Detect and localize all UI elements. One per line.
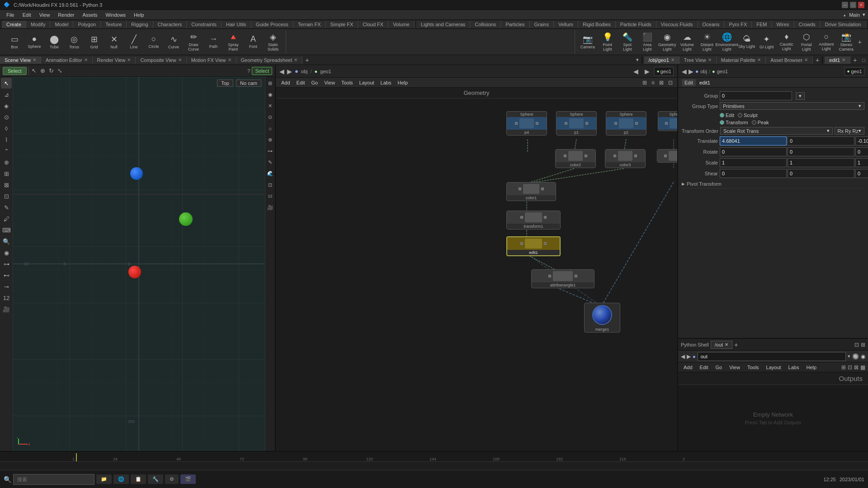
py-add-btn[interactable]: +	[734, 341, 738, 348]
prop-path-input[interactable]: ● geo1	[844, 67, 864, 75]
out-menu-tools[interactable]: Tools	[745, 364, 762, 371]
shelf-tab-wires[interactable]: Wires	[772, 21, 794, 28]
shelf-tab-oceans[interactable]: Oceans	[698, 21, 725, 28]
menu-assets[interactable]: Assets	[79, 11, 101, 19]
py-out-tab[interactable]: /out ✕	[711, 341, 732, 349]
tool-stereocamera[interactable]: 📸Stereo Camera	[836, 30, 856, 54]
vp-right-icon-7[interactable]: ⊶	[265, 145, 275, 156]
node-editor[interactable]: Sphere p4 Sphere p1	[276, 99, 677, 451]
tab-matpalette[interactable]: Material Palette ✕	[717, 56, 766, 64]
tab-treeview[interactable]: Tree View ✕	[679, 56, 717, 64]
minimize-btn[interactable]: ─	[842, 2, 848, 8]
add-pane-btn[interactable]: +	[302, 56, 311, 64]
pane-menu-btn[interactable]: ▾	[633, 57, 642, 63]
shelf-tab-modify[interactable]: Modify	[26, 21, 50, 28]
prop-obj-label[interactable]: obj	[700, 69, 707, 74]
prop-geo1-label[interactable]: geo1	[717, 69, 728, 74]
rotate-z[interactable]	[855, 147, 868, 156]
vp-tool-5[interactable]: ⌇	[1, 134, 12, 145]
node-color1[interactable]: color1	[506, 182, 556, 201]
tool-sphere[interactable]: ●Sphere	[24, 30, 44, 54]
ne-menu-go[interactable]: Go	[309, 79, 321, 86]
shelf-tab-simplefx[interactable]: Simple FX	[326, 21, 359, 28]
out-view-icon1[interactable]: ⊞	[841, 364, 846, 371]
vp-tool-6[interactable]: ⌃	[1, 145, 12, 156]
node-attribwrangle1[interactable]: attribwrangle1	[531, 269, 594, 288]
vp-tool-13[interactable]: ⌨	[1, 225, 12, 235]
out-view-icon2[interactable]: ⊡	[848, 364, 852, 371]
shelf-tab-model[interactable]: Model	[50, 21, 73, 28]
out-menu-add[interactable]: Add	[681, 364, 695, 371]
shelf-tab-hairutils[interactable]: Hair Utils	[222, 21, 251, 28]
shelf-tab-vellum[interactable]: Vellum	[554, 21, 578, 28]
vp-tool-12[interactable]: 🖊	[1, 213, 12, 224]
vp-tool-4[interactable]: ◊	[1, 123, 12, 134]
tool-camera[interactable]: 📷Camera	[578, 30, 598, 54]
ne-view-icon4[interactable]: ⊡	[666, 79, 675, 87]
taskbar-app2[interactable]: 🔧	[148, 474, 163, 484]
shelf-tab-rigging[interactable]: Rigging	[127, 21, 153, 28]
tool-volumelight[interactable]: ☁Volume Light	[677, 30, 697, 54]
node-color4[interactable]	[657, 149, 677, 163]
vp-tool-handle[interactable]: ⊕	[1, 157, 12, 168]
ne-menu-tools[interactable]: Tools	[339, 79, 356, 86]
ne-menu-help[interactable]: Help	[395, 79, 410, 86]
shelf-tab-collisions[interactable]: Collisions	[470, 21, 501, 28]
tool-path[interactable]: →Path	[203, 30, 223, 54]
ne-menu-edit[interactable]: Edit	[294, 79, 308, 86]
tool-staticsolids[interactable]: ◈Static Solids	[263, 30, 283, 54]
vp-right-icon-2[interactable]: ◉	[265, 89, 275, 100]
vp-right-icon-4[interactable]: ⊙	[265, 112, 275, 122]
shelf-tab-rigidbodies[interactable]: Rigid Bodies	[578, 21, 616, 28]
tool-skylight[interactable]: 🌤Sky Light	[737, 30, 757, 54]
shelf-tab-pyrofx[interactable]: Pyro FX	[724, 21, 752, 28]
taskbar-app3[interactable]: ⚙	[165, 474, 179, 484]
vp-tool-17[interactable]: ⊷	[1, 270, 12, 281]
tool-torus[interactable]: ◎Torus	[64, 30, 84, 54]
viewport-mode-label[interactable]: Top	[217, 80, 233, 87]
scale-x[interactable]	[720, 158, 787, 167]
tool-box[interactable]: ▭Box	[5, 30, 24, 54]
node-transform1[interactable]: transform1	[506, 211, 561, 230]
menu-file[interactable]: File	[3, 11, 18, 19]
viewport-camera-label[interactable]: No cam	[236, 80, 261, 87]
shelf-tab-lights[interactable]: Lights and Cameras	[416, 21, 470, 28]
shelf-tab-texture[interactable]: Texture	[101, 21, 127, 28]
maximize-btn[interactable]: □	[850, 2, 856, 8]
shear-z[interactable]	[855, 169, 868, 178]
workspace-arrow[interactable]: ▾	[863, 12, 865, 18]
tool-gilight[interactable]: ✦GI Light	[757, 30, 777, 54]
tab-animeditor[interactable]: Animation Editor ✕	[41, 56, 93, 64]
menu-edit[interactable]: Edit	[19, 11, 35, 19]
tool-arealight[interactable]: ⬛Area Light	[637, 30, 657, 54]
ne-menu-view[interactable]: View	[321, 79, 338, 86]
vp-tool-16[interactable]: ⊶	[1, 258, 12, 269]
shelf-tab-polygon[interactable]: Polygon	[73, 21, 101, 28]
group-input[interactable]	[720, 91, 792, 100]
shelf-tab-crowds[interactable]: Crowds	[794, 21, 821, 28]
tab-compositeview[interactable]: Composite View ✕	[136, 56, 186, 64]
vp-tool-10[interactable]: ⊡	[1, 191, 12, 202]
tool-drawcurve[interactable]: ✏Draw Curve	[184, 30, 203, 54]
vp-tool-9[interactable]: ⊠	[1, 179, 12, 190]
node-sphere-p3[interactable]: Sphere	[658, 111, 677, 131]
menu-windows[interactable]: Windows	[102, 11, 129, 19]
vp-select-icon[interactable]: ↖	[31, 66, 38, 75]
rotate-y[interactable]	[788, 147, 854, 156]
vp-tool-19[interactable]: 12	[1, 292, 12, 303]
out-menu-labs[interactable]: Labs	[786, 364, 802, 371]
tab-sceneview[interactable]: Scene View ✕	[0, 56, 41, 64]
tab-edit1[interactable]: edit1 ✕	[825, 56, 850, 64]
current-frame-marker[interactable]	[76, 453, 77, 461]
vp-tool-1[interactable]: ⊿	[1, 89, 12, 100]
shelf-tab-drivesim[interactable]: Drive Simulation	[821, 21, 866, 28]
tool-ambientlight[interactable]: ○Ambient Light	[816, 30, 836, 54]
taskbar-chrome[interactable]: 🌐	[113, 474, 129, 484]
ne-toolbar-fwd[interactable]: ▶	[643, 68, 651, 75]
vp-right-icon-9[interactable]: 🌊	[265, 168, 275, 179]
right-add-tab-btn[interactable]: +	[850, 56, 859, 64]
vp-tool-11[interactable]: ✎	[1, 202, 12, 213]
vp-tool-15[interactable]: ◉	[1, 247, 12, 258]
tab-assetbrowser[interactable]: Asset Browser ✕	[766, 56, 813, 64]
shelf-tab-particles[interactable]: Particles	[501, 21, 529, 28]
